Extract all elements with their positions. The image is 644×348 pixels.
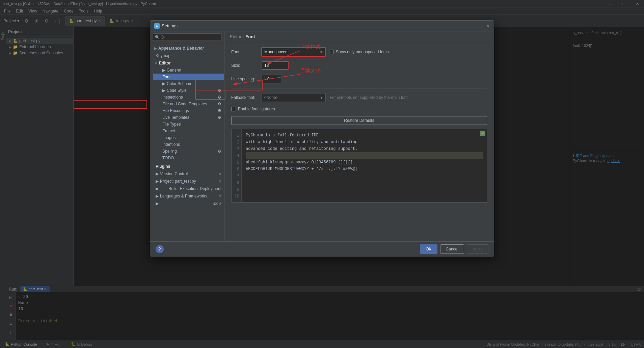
line-num-8: 8: [234, 179, 239, 186]
nav-version-control[interactable]: ▶ Version Control ⚙: [150, 170, 224, 178]
nav-file-types-label: File Types: [162, 122, 181, 127]
cancel-button[interactable]: Cancel: [440, 244, 464, 254]
nav-appearance-label: Appearance & Behavior: [158, 46, 204, 51]
settings-tree: ▶ Appearance & Behavior Keymap ▼ Editor: [150, 43, 224, 241]
nav-project[interactable]: ▶ Project: part_test.py ⚙: [150, 178, 224, 185]
nav-spelling-label: Spelling: [162, 149, 177, 154]
ligatures-row: Enable font ligatures: [231, 107, 487, 111]
apply-label: Apply: [473, 247, 483, 251]
nav-code-style[interactable]: ▶ Code Style ⚙: [153, 87, 224, 94]
nav-file-encodings[interactable]: File Encodings ⚙: [153, 107, 224, 114]
nav-build[interactable]: ▶ Build, Execution, Deployment: [150, 185, 224, 192]
nav-emmet[interactable]: Emmet: [153, 128, 224, 134]
nav-editor-label: Editor: [159, 61, 171, 65]
nav-plugins[interactable]: Plugins: [150, 163, 224, 170]
fallback-row: Fallback font: <None> ▼ For symbols not …: [231, 93, 487, 102]
line-numbers: 1 2 3 4 5 6 7 8 9 10: [232, 129, 242, 202]
nav-file-types[interactable]: File Types: [153, 121, 224, 128]
editor-arrow-icon: ▼: [154, 61, 158, 65]
nav-spelling[interactable]: Spelling ⚙: [153, 148, 224, 155]
font-separator: [231, 88, 487, 88]
dialog-close-button[interactable]: ✕: [484, 23, 491, 29]
settings-search-area: 🔍: [150, 31, 224, 43]
preview-line-1: PyCharm is a full-featured IDE: [246, 132, 483, 139]
cancel-label: Cancel: [446, 247, 458, 251]
project-arrow: ▶: [156, 179, 159, 184]
fallback-note: For symbols not supported by the main fo…: [330, 95, 408, 100]
nav-inspections[interactable]: Inspections ⚙: [153, 94, 224, 101]
line-spacing-label: Line spacing:: [231, 77, 262, 81]
nav-file-encodings-label: File Encodings: [162, 108, 189, 113]
nav-appearance-behavior[interactable]: ▶ Appearance & Behavior: [150, 45, 224, 52]
ligatures-checkbox[interactable]: [231, 107, 236, 111]
font-dropdown[interactable]: Monospaced ▼: [262, 48, 326, 56]
nav-font[interactable]: Font: [153, 74, 224, 80]
code-style-arrow: ▶: [162, 88, 165, 93]
nav-languages[interactable]: ▶ Languages & Frameworks ⚙: [150, 192, 224, 200]
line-num-1: 1: [234, 132, 239, 139]
file-encodings-icon: ⚙: [218, 108, 221, 113]
nav-languages-label: Languages & Frameworks: [160, 194, 207, 198]
code-preview: 1 2 3 4 5 6 7 8 9 10: [231, 129, 487, 203]
settings-search-input[interactable]: [153, 33, 221, 41]
font-value: Monospaced: [264, 50, 288, 54]
ok-button[interactable]: OK: [420, 244, 437, 254]
restore-label: Restore Defaults: [344, 118, 374, 123]
nav-file-code-templates[interactable]: File and Code Templates ⚙: [153, 101, 224, 107]
size-input[interactable]: 18: [262, 61, 289, 70]
nav-vc-label: Version Control: [160, 171, 188, 176]
preview-line-9: [246, 186, 483, 193]
nav-keymap-label: Keymap: [156, 53, 170, 58]
nav-live-templates[interactable]: Live Templates ⚙: [153, 114, 224, 121]
ok-label: OK: [426, 247, 431, 251]
vc-icon: ⚙: [218, 172, 221, 176]
nav-general[interactable]: ▶ General: [153, 67, 224, 74]
breadcrumb-font: Font: [245, 34, 255, 39]
settings-nav: 🔍 ▶ Appearance & Behavior Keymap: [150, 31, 224, 241]
fallback-dropdown[interactable]: <None> ▼: [262, 93, 326, 102]
nav-color-scheme[interactable]: ▶ Color Scheme: [153, 80, 224, 87]
spelling-icon: ⚙: [218, 149, 221, 154]
line-spacing-row: Line spacing: 1.0: [231, 75, 487, 83]
nav-editor[interactable]: ▼ Editor: [150, 59, 224, 67]
show-monospaced-checkbox[interactable]: [329, 50, 334, 54]
preview-line-2: with a high level of usability and outst…: [246, 139, 483, 145]
preview-indicator: ✓: [480, 131, 485, 136]
line-spacing-input[interactable]: 1.0: [262, 75, 282, 83]
help-button[interactable]: ?: [156, 245, 164, 253]
line-num-4: 4: [234, 152, 239, 159]
preview-line-10: [246, 193, 483, 199]
nav-live-templates-label: Live Templates: [162, 115, 189, 120]
file-templates-icon: ⚙: [218, 102, 221, 106]
settings-search-wrap: 🔍: [153, 33, 221, 41]
nav-todo-label: TODO: [162, 156, 174, 160]
arrow-icon: ▶: [154, 47, 157, 50]
nav-font-label: Font: [162, 75, 170, 79]
nav-images[interactable]: Images: [153, 134, 224, 141]
font-nav-redbox: [74, 100, 147, 109]
nav-file-templates-label: File and Code Templates: [162, 102, 207, 106]
size-value: 18: [264, 63, 269, 68]
preview-line-8: [246, 179, 483, 186]
nav-tools-label: Tools: [212, 201, 221, 206]
nav-todo[interactable]: TODO: [153, 155, 224, 161]
nav-plugins-label: Plugins: [156, 164, 170, 169]
nav-emmet-label: Emmet: [162, 129, 175, 133]
breadcrumb-editor: Editor: [230, 34, 241, 39]
nav-intentions[interactable]: Intentions: [153, 141, 224, 148]
line-num-3: 3: [234, 145, 239, 152]
nav-tools[interactable]: ▶ Tools: [150, 200, 224, 207]
nav-intentions-label: Intentions: [162, 142, 180, 147]
lang-arrow: ▶: [156, 194, 159, 198]
preview-line-3: advanced code editing and refactoring su…: [246, 145, 483, 152]
lang-icon: ⚙: [218, 194, 221, 198]
preview-line-6: ABCDEFGHIJKLMNOPQRSTUVWXYZ +-*/= .,;:!? …: [246, 166, 483, 172]
restore-defaults-button[interactable]: Restore Defaults: [231, 116, 487, 125]
nav-build-label: Build, Execution, Deployment: [168, 186, 221, 191]
show-monospaced-wrap: Show only monospaced fonts: [329, 50, 389, 54]
nav-general-label: General: [167, 68, 181, 73]
preview-line-5: abcdefghijklmnopqrstuvwxyz 0123456789 ()…: [246, 159, 483, 166]
code-lines: PyCharm is a full-featured IDE with a hi…: [242, 129, 487, 202]
code-preview-inner: 1 2 3 4 5 6 7 8 9 10: [232, 129, 487, 202]
nav-keymap[interactable]: Keymap: [150, 52, 224, 59]
